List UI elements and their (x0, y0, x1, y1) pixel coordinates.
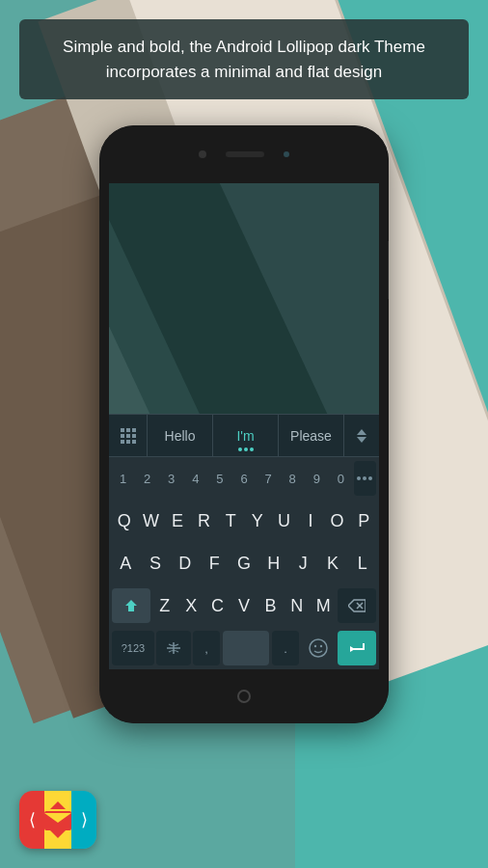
logo-left-bracket: ⟨ (19, 791, 44, 849)
svg-marker-8 (350, 646, 355, 652)
language-key[interactable] (156, 631, 191, 665)
app-logo[interactable]: ⟨ ⟩ (19, 791, 96, 849)
key-c[interactable]: C (205, 588, 230, 623)
key-s[interactable]: S (142, 546, 170, 581)
logo-container: ⟨ ⟩ (19, 791, 96, 849)
top-banner: Simple and bold, the Android Lollipop da… (19, 19, 469, 99)
symbols-key[interactable]: ?123 (112, 631, 154, 665)
arrow-down-icon (357, 437, 366, 443)
grid-dot (126, 434, 130, 438)
comma-key[interactable]: , (193, 631, 220, 665)
svg-point-6 (314, 645, 316, 647)
shift-icon (123, 598, 139, 613)
grid-dot (132, 434, 136, 438)
suggestion-scroll-arrows[interactable] (344, 415, 379, 457)
spacebar-key[interactable] (223, 631, 269, 665)
key-2[interactable]: 2 (136, 461, 158, 496)
emoji-icon (309, 638, 328, 658)
grid-dot (121, 440, 124, 444)
enter-icon (348, 641, 366, 655)
key-z[interactable]: Z (152, 588, 176, 623)
key-n[interactable]: N (285, 588, 309, 623)
period-key[interactable]: . (272, 631, 299, 665)
logo-right-bracket: ⟩ (71, 791, 96, 849)
logo-center (44, 791, 71, 849)
phone-bottom-bar (99, 669, 389, 723)
grid-dot (121, 434, 124, 438)
key-d[interactable]: D (171, 546, 199, 581)
key-9[interactable]: 9 (306, 461, 328, 496)
key-u[interactable]: U (272, 503, 297, 538)
grid-dot (132, 428, 136, 432)
qwerty-row: Q W E R T Y U I O P (109, 500, 379, 542)
asdf-row: A S D F G H J K L (109, 542, 379, 584)
grid-dot (126, 428, 130, 432)
shift-key[interactable] (112, 588, 150, 623)
grid-dot (132, 440, 136, 444)
dot (244, 448, 248, 451)
key-v[interactable]: V (231, 588, 256, 623)
key-m[interactable]: M (312, 588, 336, 623)
key-g[interactable]: G (230, 546, 258, 581)
suggestion-word-hello[interactable]: Hello (148, 415, 213, 456)
key-more[interactable] (354, 461, 376, 496)
key-a[interactable]: A (112, 546, 140, 581)
dot (238, 448, 242, 451)
suggestion-word-im[interactable]: I'm (213, 415, 279, 456)
suggestion-bar: Hello I'm Please (109, 415, 379, 457)
phone-wrapper: Hello I'm Please (99, 125, 389, 723)
dot (250, 448, 254, 451)
suggestion-dots (238, 448, 254, 451)
key-r[interactable]: R (192, 503, 217, 538)
language-icon (166, 641, 181, 655)
suggestion-words: Hello I'm Please (148, 415, 344, 456)
phone-screen: Hello I'm Please (109, 179, 379, 669)
grid-dot (126, 440, 130, 444)
key-l[interactable]: L (348, 546, 376, 581)
key-p[interactable]: P (351, 503, 376, 538)
key-i[interactable]: I (298, 503, 323, 538)
key-1[interactable]: 1 (112, 461, 134, 496)
phone-body: Hello I'm Please (99, 125, 389, 723)
svg-marker-0 (125, 600, 137, 611)
volume-button (388, 241, 389, 299)
key-y[interactable]: Y (245, 503, 270, 538)
grid-button[interactable] (109, 415, 148, 457)
phone-top-bar (99, 125, 389, 183)
more-dots-icon (357, 476, 372, 480)
enter-key[interactable] (338, 631, 376, 665)
zxcv-row: Z X C V B N M (109, 584, 379, 627)
key-3[interactable]: 3 (160, 461, 182, 496)
key-k[interactable]: K (319, 546, 347, 581)
earpiece (226, 151, 264, 157)
key-q[interactable]: Q (112, 503, 137, 538)
key-h[interactable]: H (259, 546, 287, 581)
key-f[interactable]: F (201, 546, 229, 581)
front-camera (199, 150, 206, 158)
key-j[interactable]: J (289, 546, 317, 581)
arrow-up-icon (357, 429, 366, 435)
key-5[interactable]: 5 (208, 461, 230, 496)
suggestion-word-please[interactable]: Please (279, 415, 344, 456)
key-0[interactable]: 0 (330, 461, 352, 496)
key-7[interactable]: 7 (258, 461, 280, 496)
key-8[interactable]: 8 (282, 461, 304, 496)
svg-point-5 (310, 639, 327, 657)
grid-icon (121, 428, 136, 444)
keyboard: Hello I'm Please (109, 414, 379, 669)
key-4[interactable]: 4 (184, 461, 206, 496)
key-w[interactable]: W (139, 503, 164, 538)
logo-chevron (44, 801, 71, 838)
home-button[interactable] (237, 690, 251, 703)
chevron-down-icon (50, 830, 66, 838)
chevron-up-icon (50, 801, 66, 809)
key-e[interactable]: E (165, 503, 190, 538)
key-o[interactable]: O (325, 503, 350, 538)
key-x[interactable]: X (178, 588, 203, 623)
backspace-icon (348, 599, 366, 612)
backspace-key[interactable] (338, 588, 376, 623)
key-b[interactable]: B (258, 588, 283, 623)
emoji-key[interactable] (301, 631, 336, 665)
key-t[interactable]: T (218, 503, 243, 538)
key-6[interactable]: 6 (232, 461, 255, 496)
